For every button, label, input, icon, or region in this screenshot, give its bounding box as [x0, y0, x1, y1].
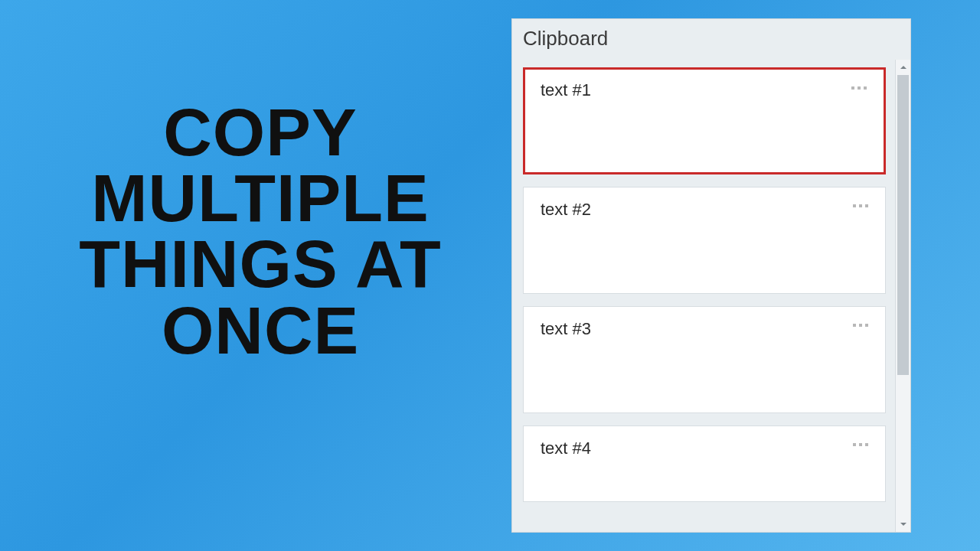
stage: COPY MULTIPLE THINGS AT ONCE Clipboard t…: [0, 0, 980, 551]
scroll-down-button[interactable]: [896, 517, 910, 532]
panel-body: text #1 text #2 text #3: [512, 60, 910, 532]
clipboard-item-text: text #4: [541, 439, 871, 458]
clipboard-item[interactable]: text #2: [523, 187, 886, 294]
ellipsis-icon: [853, 204, 868, 207]
clipboard-item-text: text #3: [541, 319, 871, 339]
chevron-up-icon: [900, 64, 907, 71]
headline-text: COPY MULTIPLE THINGS AT ONCE: [46, 99, 475, 364]
clipboard-item-text: text #2: [541, 200, 871, 220]
scrollbar[interactable]: [895, 60, 910, 532]
ellipsis-icon: [853, 324, 868, 327]
clipboard-item-text: text #1: [541, 80, 871, 100]
item-menu-button[interactable]: [848, 197, 873, 215]
item-menu-button[interactable]: [848, 316, 873, 334]
item-menu-button[interactable]: [847, 79, 871, 97]
chevron-down-icon: [900, 520, 907, 528]
clipboard-panel: Clipboard text #1 text #2 text #3: [511, 18, 911, 533]
panel-title: Clipboard: [512, 19, 910, 60]
ellipsis-icon: [851, 86, 867, 90]
scroll-thumb[interactable]: [897, 75, 909, 375]
clipboard-item[interactable]: text #1: [523, 67, 886, 174]
item-menu-button[interactable]: [848, 435, 873, 454]
clipboard-list: text #1 text #2 text #3: [512, 60, 895, 532]
clipboard-item[interactable]: text #4: [523, 425, 886, 502]
ellipsis-icon: [853, 443, 868, 446]
clipboard-item[interactable]: text #3: [523, 306, 886, 413]
scroll-track[interactable]: [896, 75, 910, 517]
scroll-up-button[interactable]: [896, 60, 910, 75]
